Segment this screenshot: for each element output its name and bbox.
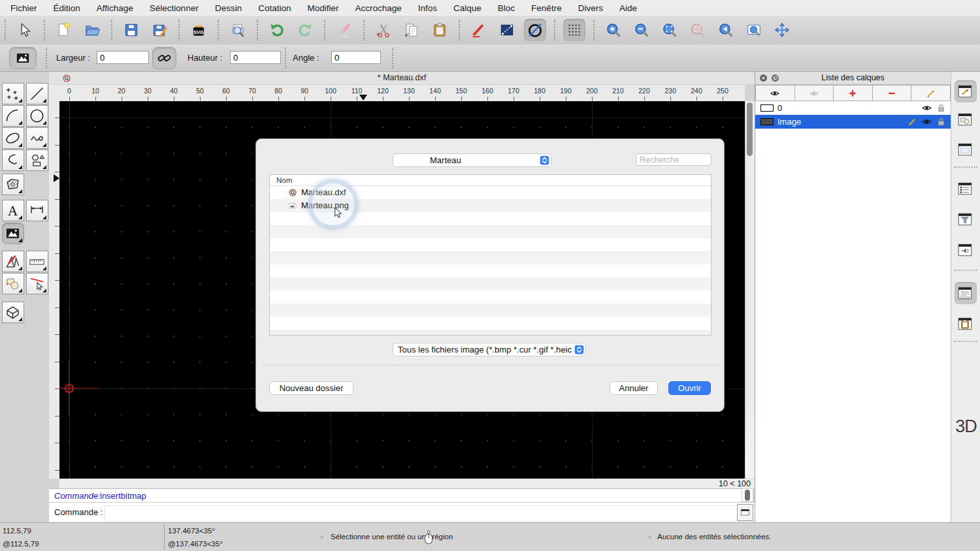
polyline-tool-button[interactable] [2,150,24,171]
open-folder-button[interactable] [81,19,103,41]
misc-tool-button[interactable] [2,251,24,272]
svg-export-button[interactable]: SVG [188,19,210,41]
block-tool-button[interactable] [2,273,24,294]
layer-row-0[interactable]: 0 [755,101,951,115]
hatch-tool-button[interactable] [2,174,24,195]
menu-dessin[interactable]: Dessin [215,3,242,13]
menu-fenetre[interactable]: Fenêtre [531,3,562,13]
link-dimensions-button[interactable] [152,47,176,69]
history-scrollbar[interactable] [742,488,753,502]
command-panel-icon [956,242,973,259]
command-input[interactable] [105,505,785,522]
arc-tool-button[interactable] [2,105,24,127]
redo-button[interactable] [294,19,316,41]
layer-visibility-eye-icon[interactable] [921,116,932,127]
measure-tool-button[interactable] [26,251,48,272]
angle-input[interactable] [331,51,381,64]
selection-button[interactable] [496,19,518,41]
eye-button[interactable] [755,85,795,101]
text-tool-button[interactable]: A [2,200,24,221]
width-input[interactable] [97,51,149,64]
menu-affichage[interactable]: Affichage [97,3,133,13]
pen-button[interactable] [468,19,490,41]
eye-all-button[interactable] [795,85,834,101]
menu-edition[interactable]: Édition [54,3,80,13]
print-preview-button[interactable] [227,19,249,41]
plus-layer-button[interactable] [834,85,873,101]
clipboard-panel-button[interactable] [955,313,977,335]
threed-section-label[interactable]: 3D [951,417,980,437]
dimension-tool-button[interactable] [26,200,48,221]
copy-button[interactable] [400,19,423,41]
info-panel-button[interactable] [955,282,977,304]
menu-fichier[interactable]: Fichier [10,3,37,13]
zoom-pan-button[interactable] [771,19,793,41]
layer-visibility-eye-icon[interactable] [921,102,932,114]
save-button[interactable] [120,19,142,41]
paste-button[interactable] [429,19,451,41]
blocks-panel-button[interactable] [955,108,977,131]
ellipse-tool-button[interactable] [2,127,24,149]
v-ruler-tick [55,253,59,254]
command-panel-button[interactable] [955,239,977,261]
layer-lock-icon[interactable] [936,116,947,127]
zoom-in-button[interactable] [602,19,625,41]
open-button[interactable]: Ouvrir [668,381,711,395]
menu-selectionner[interactable]: Sélectionner [150,3,199,13]
menu-cotation[interactable]: Cotation [258,3,291,13]
zoom-auto-button[interactable] [659,19,681,41]
pencil-layer-button[interactable] [911,85,951,101]
menu-aide[interactable]: Aide [619,3,637,13]
zoom-out-button[interactable] [630,19,653,41]
pencil-icon[interactable] [907,116,918,127]
scrollbar-thumb[interactable] [747,102,753,156]
grid-button[interactable] [563,19,585,41]
search-input[interactable] [636,153,711,166]
height-input[interactable] [230,51,281,64]
h-ruler-label: 80 [274,87,282,95]
filter-panel-button[interactable] [955,208,977,230]
command-line-toggle-button[interactable] [737,504,753,521]
save-as-button[interactable] [148,19,171,41]
eraser-button[interactable] [333,19,355,41]
property-panel-button[interactable] [955,178,977,200]
pointer-button[interactable] [14,19,36,41]
layers-panel-button[interactable] [955,80,977,102]
solid-tool-button[interactable] [2,302,24,323]
draft-mode-button[interactable] [524,19,546,41]
line-icon [28,85,46,102]
layer-row-image[interactable]: Image [755,115,951,129]
menu-modifier[interactable]: Modifier [307,3,338,13]
point-tool-button[interactable] [2,83,24,104]
undo-button[interactable] [266,19,288,41]
layer-color-swatch[interactable] [760,104,774,112]
menu-calque[interactable]: Calque [453,3,482,13]
canvas-vertical-scrollbar[interactable] [745,101,755,479]
cancel-button[interactable]: Annuler [610,381,658,395]
image-tool-button[interactable] [2,223,24,244]
zoom-window-button[interactable] [743,19,765,41]
scrollbar-thumb[interactable] [745,490,750,501]
layer-lock-icon[interactable] [936,102,947,114]
zoom-back-button[interactable] [715,19,737,41]
library-panel-button[interactable] [955,138,977,161]
menu-divers[interactable]: Divers [578,3,603,13]
shape-tool-button[interactable] [26,150,48,171]
new-file-button[interactable] [53,19,75,41]
zoom-previous-button[interactable] [687,19,709,41]
circle-tool-button[interactable] [26,105,48,127]
minus-layer-button[interactable] [873,85,912,101]
modify-tool-button[interactable] [26,273,48,294]
menu-infos[interactable]: Infos [418,3,437,13]
menu-bloc[interactable]: Bloc [498,3,515,13]
image-tool-button[interactable] [9,47,37,69]
location-dropdown[interactable]: Marteau [393,153,551,167]
new-folder-button[interactable]: Nouveau dossier [269,381,353,395]
layer-color-swatch[interactable] [760,118,774,125]
cut-button[interactable] [372,19,395,41]
solid-icon [4,304,22,321]
file-type-dropdown[interactable]: Tous les fichiers image (*.bmp *.cur *.g… [393,343,586,356]
line-tool-button[interactable] [26,83,48,104]
spline-tool-button[interactable] [26,127,48,149]
menu-accrochage[interactable]: Accrochage [355,3,401,13]
